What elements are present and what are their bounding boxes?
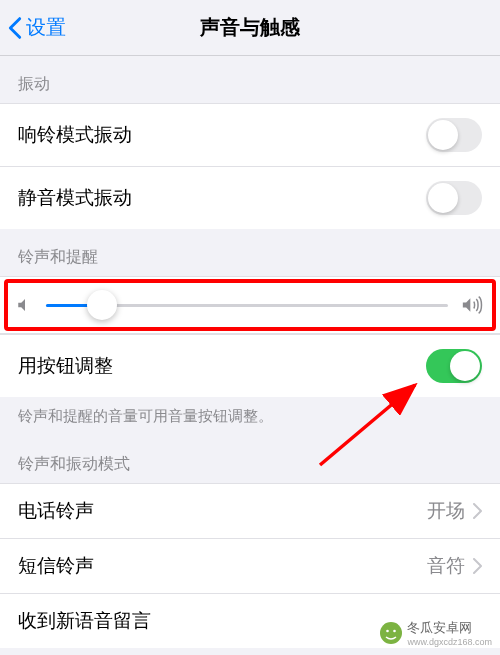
row-silent-vibrate[interactable]: 静音模式振动 (0, 167, 500, 229)
slider-thumb[interactable] (87, 290, 117, 320)
back-button[interactable]: 设置 (8, 14, 66, 41)
watermark-text: 冬瓜安卓网 (407, 619, 492, 637)
text-tone-value: 音符 (427, 553, 465, 579)
ring-vibrate-label: 响铃模式振动 (18, 122, 132, 148)
svg-point-4 (394, 630, 397, 633)
chevron-right-icon (473, 503, 482, 519)
back-label: 设置 (26, 14, 66, 41)
phone-ringtone-value: 开场 (427, 498, 465, 524)
voicemail-label: 收到新语音留言 (18, 608, 151, 634)
chevron-left-icon (8, 16, 22, 40)
phone-ringtone-label: 电话铃声 (18, 498, 94, 524)
watermark-icon (379, 621, 403, 645)
row-ring-vibrate[interactable]: 响铃模式振动 (0, 103, 500, 167)
button-adjust-group: 用按钮调整 (0, 334, 500, 397)
watermark-url: www.dgxcdz168.com (407, 637, 492, 647)
text-tone-label: 短信铃声 (18, 553, 94, 579)
speaker-low-icon (16, 296, 34, 314)
speaker-high-icon (460, 295, 484, 315)
watermark: 冬瓜安卓网 www.dgxcdz168.com (379, 619, 492, 647)
vibration-group: 响铃模式振动 静音模式振动 (0, 103, 500, 229)
page-title: 声音与触感 (200, 14, 300, 41)
button-adjust-label: 用按钮调整 (18, 353, 113, 379)
svg-point-3 (387, 630, 390, 633)
row-phone-ringtone[interactable]: 电话铃声 开场 (0, 483, 500, 539)
toggle-ring-vibrate[interactable] (426, 118, 482, 152)
silent-vibrate-label: 静音模式振动 (18, 185, 132, 211)
footer-note: 铃声和提醒的音量可用音量按钮调整。 (0, 397, 500, 436)
header: 设置 声音与触感 (0, 0, 500, 56)
section-header-patterns: 铃声和振动模式 (0, 436, 500, 483)
toggle-silent-vibrate[interactable] (426, 181, 482, 215)
volume-slider[interactable] (46, 304, 448, 307)
volume-slider-row (0, 276, 500, 334)
section-header-ringtone: 铃声和提醒 (0, 229, 500, 276)
svg-point-2 (380, 622, 402, 644)
section-header-vibration: 振动 (0, 56, 500, 103)
chevron-right-icon (473, 558, 482, 574)
toggle-button-adjust[interactable] (426, 349, 482, 383)
row-button-adjust[interactable]: 用按钮调整 (0, 334, 500, 397)
row-text-tone[interactable]: 短信铃声 音符 (0, 539, 500, 594)
